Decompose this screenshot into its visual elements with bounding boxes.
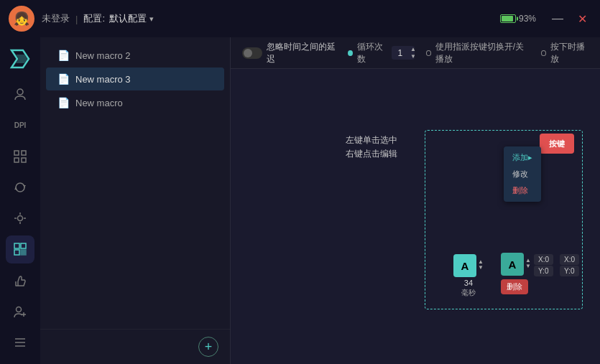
add-macro-button[interactable]: +	[198, 337, 218, 357]
macro-item-1[interactable]: 📄 New macro 2	[46, 44, 224, 67]
macro-list-footer: +	[40, 329, 230, 364]
loop-counter[interactable]: 1 ▲ ▼	[392, 46, 415, 60]
titlebar: 👧 未登录 | 配置: 默认配置 ▾ 93% — ✕	[0, 0, 600, 37]
list-icon	[14, 337, 27, 347]
key-node-press: 按键	[540, 134, 574, 154]
sidebar-item-light[interactable]	[6, 204, 34, 232]
delete-button[interactable]: 删除	[501, 279, 528, 294]
delay-unit: 毫秒	[461, 288, 476, 298]
close-button[interactable]: ✕	[573, 11, 591, 27]
thumb-icon	[14, 274, 27, 287]
info-line2: 右键点击编辑	[346, 147, 397, 161]
svg-marker-8	[14, 187, 17, 190]
avatar: 👧	[9, 6, 34, 32]
titlebar-left: 👧 未登录 | 配置: 默认配置 ▾	[9, 6, 154, 32]
config-prefix: 配置:	[83, 12, 105, 25]
sync-icon	[14, 181, 27, 194]
titlebar-sep: |	[75, 14, 78, 24]
macro-item-2[interactable]: 📄 New macro 3	[46, 67, 224, 90]
hold-play-item: 按下时播放	[541, 41, 589, 65]
ctx-add-item[interactable]: 添加▸	[504, 149, 541, 166]
macro-list-panel: 📄 New macro 2 📄 New macro 3 📄 New macro …	[40, 37, 231, 364]
macro-item-label-2: New macro 3	[75, 74, 131, 85]
macro-icon	[14, 243, 27, 256]
info-line1: 左键单击选中	[346, 134, 397, 147]
sidebar-item-macro[interactable]	[6, 235, 34, 263]
toggle-play-radio[interactable]	[426, 50, 431, 56]
content-area: 忽略时间之间的延迟 循环次数 1 ▲ ▼ 使用指派按键切换开/关播放	[231, 37, 600, 364]
svg-marker-7	[23, 185, 26, 187]
ctx-delete-item[interactable]: 删除	[504, 182, 541, 199]
sidebar-item-useradd[interactable]	[6, 297, 34, 325]
ctx-modify-item[interactable]: 修改	[504, 166, 541, 182]
toggle-knob	[244, 49, 252, 57]
dpi-label: DPI	[14, 121, 27, 129]
info-bubble: 左键单击选中 右键点击编辑	[346, 134, 397, 161]
hold-play-radio[interactable]	[541, 50, 546, 56]
macro-list: 📄 New macro 2 📄 New macro 3 📄 New macro	[40, 37, 230, 329]
loop-up-arrow[interactable]: ▲	[410, 46, 415, 53]
sidebar-item-profile[interactable]	[6, 80, 34, 108]
titlebar-info: 未登录 | 配置: 默认配置 ▾	[42, 12, 154, 25]
loop-down-arrow[interactable]: ▼	[410, 53, 415, 60]
macro-item-label-1: New macro 2	[75, 50, 131, 61]
sidebar-item-dpi[interactable]: DPI	[6, 111, 34, 139]
sidebar: DPI	[0, 37, 40, 364]
light-icon	[14, 212, 27, 225]
svg-rect-5	[14, 158, 19, 162]
ignore-delay-label: 忽略时间之间的延迟	[267, 41, 336, 65]
key-press-box[interactable]: 按键	[540, 134, 574, 154]
logo-icon	[9, 47, 32, 70]
macro-file-icon-3: 📄	[57, 97, 70, 108]
context-menu: 添加▸ 修改 删除	[504, 146, 541, 202]
battery-percent: 93%	[519, 14, 536, 24]
svg-rect-4	[22, 151, 26, 155]
minimize-button[interactable]: —	[548, 11, 568, 27]
key-a-box[interactable]: A	[453, 254, 476, 277]
macro-file-icon-1: 📄	[57, 50, 70, 61]
key-a-node: A ▲ ▼ 34 毫秒	[453, 254, 484, 298]
loop-dot	[348, 50, 353, 56]
sidebar-item-sync[interactable]	[6, 173, 34, 201]
svg-point-2	[17, 89, 23, 95]
key-a2-box[interactable]: A	[501, 253, 524, 276]
avatar-icon: 👧	[14, 11, 29, 27]
coord1-y: Y:0	[534, 266, 553, 276]
toggle-play-item: 使用指派按键切换开/关播放	[426, 41, 530, 65]
key-a2-node: A ▲ ▼	[501, 253, 531, 276]
sidebar-item-grid[interactable]	[6, 142, 34, 170]
delay-value: 34	[464, 279, 473, 287]
loop-count-item: 循环次数 1 ▲ ▼	[348, 41, 415, 65]
main-area: DPI 📄 New macro 2	[0, 37, 600, 364]
ignore-delay-switch[interactable]	[242, 47, 262, 59]
ignore-delay-toggle[interactable]: 忽略时间之间的延迟	[242, 41, 336, 65]
coord2-x: X:0	[560, 254, 579, 265]
svg-rect-16	[14, 250, 19, 255]
svg-point-9	[18, 216, 23, 221]
hold-play-label: 按下时播放	[550, 41, 589, 65]
svg-rect-15	[21, 243, 26, 248]
profile-icon	[13, 87, 27, 101]
useradd-icon	[14, 305, 27, 318]
battery-area: 93%	[500, 14, 536, 24]
macro-item-3[interactable]: 📄 New macro	[46, 91, 224, 114]
app-logo	[6, 45, 34, 73]
toggle-play-label: 使用指派按键切换开/关播放	[435, 41, 530, 65]
toolbar: 忽略时间之间的延迟 循环次数 1 ▲ ▼ 使用指派按键切换开/关播放	[231, 37, 600, 69]
config-area[interactable]: 配置: 默认配置 ▾	[83, 12, 154, 25]
canvas-area: 左键单击选中 右键点击编辑 按键 添加▸ 修改 删除 A ▲	[231, 69, 600, 364]
loop-label: 循环次数	[357, 41, 387, 65]
grid-icon	[14, 150, 27, 163]
svg-rect-14	[14, 243, 19, 248]
svg-rect-17	[21, 250, 26, 255]
sidebar-item-thumb[interactable]	[6, 266, 34, 294]
chevron-down-icon: ▾	[149, 14, 154, 24]
macro-file-icon-2: 📄	[57, 73, 70, 85]
macro-item-label-3: New macro	[75, 98, 123, 108]
coord1-x: X:0	[534, 254, 553, 265]
user-label: 未登录	[42, 12, 70, 25]
titlebar-controls: 93% — ✕	[500, 11, 591, 27]
battery-icon	[500, 14, 516, 23]
svg-rect-3	[14, 151, 19, 155]
sidebar-item-list[interactable]	[6, 329, 34, 357]
